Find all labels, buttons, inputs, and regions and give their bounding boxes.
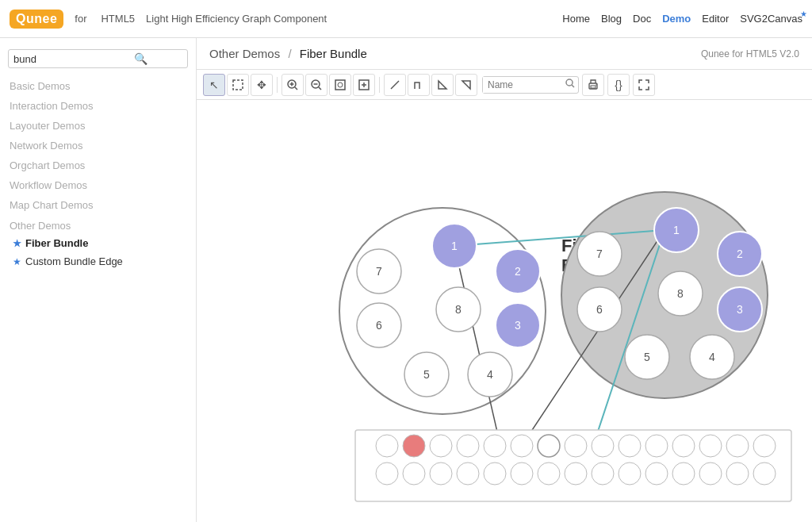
breadcrumb: Other Demos / Fiber Bundle (209, 47, 367, 60)
grid-circle-r2 (565, 463, 587, 485)
toolbar-zoom-fit-btn[interactable] (329, 74, 351, 96)
right-node-5-label: 5 (644, 351, 650, 363)
search-input[interactable] (13, 53, 132, 65)
sidebar-item-fiber-bundle[interactable]: ★ Fiber Bundle (0, 234, 196, 252)
toolbar-sep1 (277, 77, 278, 93)
grid-circle-r2 (511, 463, 533, 485)
sidebar-item-map-chart-demos[interactable]: Map Chart Demos (0, 195, 196, 215)
name-input-box (482, 76, 579, 94)
sidebar-item-network-demos[interactable]: Network Demos (0, 136, 196, 155)
toolbar-shape2-btn[interactable] (455, 74, 477, 96)
left-node-6-label: 6 (376, 319, 382, 332)
right-node-1-label: 1 (673, 224, 680, 236)
diagram-svg: Fiber Bundle 1 2 (197, 100, 812, 522)
grid-circle-r2 (592, 463, 614, 485)
toolbar-path-btn[interactable] (408, 74, 430, 96)
right-node-6-label: 6 (596, 303, 603, 316)
toolbar-print-btn[interactable] (582, 74, 604, 96)
toolbar-sep2 (379, 77, 380, 93)
svg-marker-14 (439, 81, 446, 89)
canvas[interactable]: Fiber Bundle 1 2 (197, 100, 812, 522)
nav-editor[interactable]: Editor (702, 13, 729, 25)
grid-circle (376, 435, 398, 457)
svg-line-13 (391, 81, 399, 89)
grid-circle-r2 (726, 463, 749, 485)
header-tagline: Light High Efficiency Graph Component (146, 13, 551, 25)
svg-line-17 (572, 85, 574, 87)
toolbar-box-select-btn[interactable] (227, 74, 249, 96)
toolbar-move-btn[interactable]: ✥ (251, 74, 273, 96)
grid-circle (457, 435, 479, 457)
grid-circle (699, 435, 722, 457)
app-header: Qunee for HTML5 Light High Efficiency Gr… (0, 0, 812, 38)
grid-circle-r2 (376, 463, 398, 485)
toolbar-zoom-in-btn[interactable] (282, 74, 304, 96)
svg-line-7 (319, 87, 321, 90)
sidebar-item-custom-bundle-edge[interactable]: ★ Custom Bundle Edge (0, 252, 196, 271)
toolbar-json-btn[interactable]: {} (607, 74, 630, 96)
left-node-1-label: 1 (451, 240, 458, 252)
svg-point-20 (596, 84, 597, 86)
sidebar-item-basic-demos[interactable]: Basic Demos (0, 76, 196, 96)
content-version: Qunee for HTML5 V2.0 (701, 48, 799, 59)
toolbar-shape1-btn[interactable] (431, 74, 454, 96)
breadcrumb-current: Fiber Bundle (300, 47, 367, 60)
toolbar-zoom-reset-btn[interactable] (353, 74, 375, 96)
svg-marker-15 (462, 81, 470, 89)
nav-star-icon: ★ (800, 10, 807, 18)
toolbar-line-btn[interactable] (384, 74, 406, 96)
svg-rect-19 (591, 86, 596, 88)
grid-circle (645, 435, 668, 457)
grid-circle-r2 (753, 463, 776, 485)
grid-circle-r2 (645, 463, 668, 485)
content-header: Other Demos / Fiber Bundle Qunee for HTM… (197, 38, 812, 70)
grid-circle-r2 (457, 463, 479, 485)
right-node-7-label: 7 (596, 248, 603, 260)
header-html5-text: HTML5 (101, 13, 135, 25)
grid-circle (592, 435, 614, 457)
svg-rect-0 (233, 80, 243, 90)
sidebar-item-layouter-demos[interactable]: Layouter Demos (0, 116, 196, 136)
grid-circle-r2 (672, 463, 695, 485)
nav-home[interactable]: Home (562, 13, 590, 25)
toolbar-zoom-out-btn[interactable] (305, 74, 327, 96)
nav-svg2canvas[interactable]: SVG2Canvas★ (740, 13, 802, 25)
sidebar-item-workflow-demos[interactable]: Workflow Demos (0, 175, 196, 195)
search-box[interactable]: 🔍 (8, 49, 188, 68)
name-input[interactable] (483, 77, 562, 93)
breadcrumb-separator: / (288, 47, 291, 60)
toolbar: ↖ ✥ (197, 70, 812, 100)
right-node-8-label: 8 (677, 287, 684, 300)
sidebar-item-interaction-demos[interactable]: Interaction Demos (0, 96, 196, 116)
breadcrumb-parent[interactable]: Other Demos (209, 47, 280, 60)
main-layout: 🔍 Basic Demos Interaction Demos Layouter… (0, 38, 812, 522)
toolbar-select-btn[interactable]: ↖ (203, 74, 225, 96)
sidebar-item-orgchart-demos[interactable]: Orgchart Demos (0, 155, 196, 175)
grid-circle-r2 (403, 463, 425, 485)
grid-circle (619, 435, 641, 457)
star-icon-fiber: ★ (13, 238, 21, 249)
grid-circle-pink (403, 435, 425, 457)
right-node-2-label: 2 (737, 248, 743, 260)
toolbar-fullscreen-btn[interactable] (633, 74, 655, 96)
right-node-4-label: 4 (709, 351, 715, 363)
search-icon-button[interactable]: 🔍 (132, 52, 149, 65)
right-node-3-label: 3 (737, 303, 743, 316)
sidebar: 🔍 Basic Demos Interaction Demos Layouter… (0, 38, 197, 522)
logo[interactable]: Qunee (10, 10, 63, 29)
nav-doc[interactable]: Doc (633, 13, 651, 25)
name-search-button[interactable] (562, 77, 578, 92)
grid-circle (672, 435, 695, 457)
grid-circle (565, 435, 587, 457)
content-area: Other Demos / Fiber Bundle Qunee for HTM… (197, 38, 812, 522)
left-node-8-label: 8 (455, 303, 462, 316)
left-node-2-label: 2 (515, 265, 521, 278)
nav-blog[interactable]: Blog (601, 13, 622, 25)
header-for-text: for (75, 13, 86, 25)
left-node-3-label: 3 (515, 319, 521, 332)
nav-demo[interactable]: Demo (662, 13, 691, 25)
grid-circle-r2 (699, 463, 722, 485)
svg-point-9 (338, 83, 343, 87)
grid-circle (538, 435, 560, 457)
sidebar-item-fiber-bundle-label: Fiber Bundle (25, 237, 88, 249)
